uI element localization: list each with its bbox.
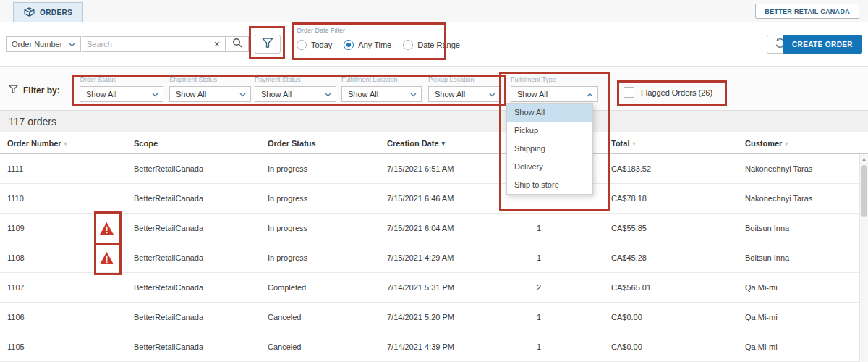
filter-order-status-select[interactable]: Show All xyxy=(80,86,163,102)
toolbar: Order Number × Order Date Filter xyxy=(0,22,868,66)
cell-order-status: In progress xyxy=(268,243,307,273)
store-selector-button[interactable]: BETTER RETAIL CANADA xyxy=(755,4,859,19)
menu-item-delivery[interactable]: Delivery xyxy=(507,158,592,176)
scroll-up-icon[interactable]: ▲ xyxy=(860,156,868,161)
filter-fulfillment-type-label: Fulfillment Type xyxy=(511,76,598,83)
column-customer-label: Customer xyxy=(745,139,782,148)
column-creation-date-label: Creation Date xyxy=(387,139,439,148)
chevron-down-icon xyxy=(410,90,417,98)
table-row[interactable]: 1106 BetterRetailCanada Canceled 7/14/20… xyxy=(0,303,868,332)
column-scope-label: Scope xyxy=(134,139,158,148)
fulfillment-type-menu: Show All Pickup Shipping Delivery Ship t… xyxy=(506,103,593,195)
filter-pickup-location-label: Pickup Location xyxy=(428,76,501,83)
radio-date-range-label: Date Range xyxy=(417,41,460,49)
search-type-value: Order Number xyxy=(12,40,62,49)
table-row[interactable]: 1108 BetterRetailCanada In progress 7/15… xyxy=(0,243,868,273)
search-input[interactable] xyxy=(82,40,209,49)
cell-scope: BetterRetailCanada xyxy=(134,184,203,214)
cell-scope: BetterRetailCanada xyxy=(134,214,203,243)
table-row[interactable]: 1110 BetterRetailCanada In progress 7/15… xyxy=(0,184,868,214)
radio-today-label: Today xyxy=(311,41,332,49)
flag-warning-icon xyxy=(100,252,114,264)
search-type-select[interactable]: Order Number xyxy=(6,36,81,52)
cell-customer: Nakonechnyi Taras xyxy=(745,154,812,184)
cell-order-number: 1108 xyxy=(7,243,25,273)
table-row[interactable]: 1107 BetterRetailCanada Completed 7/14/2… xyxy=(0,273,868,303)
menu-item-show-all[interactable]: Show All xyxy=(507,104,592,122)
search-button[interactable] xyxy=(225,36,249,52)
column-order-status[interactable]: Order Status xyxy=(268,132,316,154)
table-row[interactable]: 1109 BetterRetailCanada In progress 7/15… xyxy=(0,214,868,243)
radio-any-time[interactable]: Any Time xyxy=(344,40,391,50)
radio-date-range[interactable]: Date Range xyxy=(403,40,460,50)
sort-desc-icon: ▾ xyxy=(442,140,446,147)
filter-pickup-location-select[interactable]: Show All xyxy=(428,86,501,102)
filter-fulfillment-type-value: Show All xyxy=(517,90,548,98)
flagged-orders-checkbox[interactable] xyxy=(624,87,634,98)
cell-customer: Qa Mi-mi xyxy=(745,332,778,362)
table-row[interactable]: 1111 BetterRetailCanada In progress 7/15… xyxy=(0,154,868,184)
clear-search-icon[interactable]: × xyxy=(209,37,225,51)
search-icon xyxy=(232,38,242,51)
cell-customer: Qa Mi-mi xyxy=(745,303,778,332)
scrollbar-thumb[interactable] xyxy=(861,165,867,217)
cell-quantity: 1 xyxy=(506,332,571,362)
radio-today[interactable]: Today xyxy=(297,40,332,50)
cell-order-number: 1111 xyxy=(7,154,23,184)
filter-order-status-label: Order Status xyxy=(80,76,163,83)
cell-order-status: Completed xyxy=(268,273,306,303)
cell-total: CA$565.01 xyxy=(611,273,651,303)
column-total[interactable]: Total ▾ xyxy=(611,132,635,154)
flagged-orders-label: Flagged Orders (26) xyxy=(641,88,712,97)
table-header: Order Number ▾ Scope Order Status Creati… xyxy=(0,132,868,154)
table-scrollbar[interactable]: ▲ xyxy=(859,154,868,362)
cell-creation-date: 7/15/2021 6:46 AM xyxy=(387,184,454,214)
filter-shipment-status-select[interactable]: Show All xyxy=(169,86,251,102)
flagged-orders-filter[interactable]: Flagged Orders (26) xyxy=(624,87,712,98)
filter-toggle-button[interactable] xyxy=(255,35,281,54)
cell-creation-date: 7/14/2021 5:31 PM xyxy=(387,273,454,303)
order-date-filter-options: Today Any Time Date Range xyxy=(297,40,460,50)
cell-creation-date: 7/14/2021 4:39 PM xyxy=(387,332,454,362)
chevron-down-icon xyxy=(69,40,75,49)
cell-quantity: 2 xyxy=(506,273,571,303)
cell-scope: BetterRetailCanada xyxy=(134,303,203,332)
filter-payment-status-select[interactable]: Show All xyxy=(255,86,336,102)
column-order-number[interactable]: Order Number ▾ xyxy=(7,132,67,154)
cell-order-number: 1109 xyxy=(7,214,25,243)
cell-scope: BetterRetailCanada xyxy=(134,154,203,184)
table-row[interactable]: 1105 BetterRetailCanada Canceled 7/14/20… xyxy=(0,332,868,362)
menu-item-ship-to-store[interactable]: Ship to store xyxy=(507,176,592,194)
sort-icon: ▾ xyxy=(64,140,67,147)
sort-icon: ▾ xyxy=(785,140,788,147)
filter-fulfillment-type-select[interactable]: Show All xyxy=(511,86,598,102)
filter-payment-status-value: Show All xyxy=(261,90,292,98)
cell-order-status: Canceled xyxy=(268,332,301,362)
orders-page: ORDERS BETTER RETAIL CANADA Order Number… xyxy=(0,0,868,362)
column-scope[interactable]: Scope xyxy=(134,132,158,154)
cell-order-status: In progress xyxy=(268,154,307,184)
column-creation-date[interactable]: Creation Date ▾ xyxy=(387,132,445,154)
cell-order-status: In progress xyxy=(268,184,307,214)
menu-item-shipping[interactable]: Shipping xyxy=(507,140,592,158)
cell-quantity: 1 xyxy=(506,214,571,243)
filter-shipment-status-value: Show All xyxy=(176,90,206,98)
cell-order-number: 1107 xyxy=(7,273,25,303)
tab-orders-label: ORDERS xyxy=(40,9,72,17)
create-order-button[interactable]: CREATE ORDER xyxy=(783,35,862,54)
cell-customer: Boitsun Inna xyxy=(745,243,789,273)
filter-shipment-status-label: Shipment Status xyxy=(169,76,251,83)
flag-warning-icon xyxy=(100,222,114,235)
tab-orders[interactable]: ORDERS xyxy=(13,2,83,22)
filter-fulfillment-location-select[interactable]: Show All xyxy=(341,86,422,102)
filter-bar: Filter by: Order Status Show All Shipmen… xyxy=(0,66,868,110)
column-customer[interactable]: Customer ▾ xyxy=(745,132,788,154)
search-field: × xyxy=(82,36,226,52)
filter-payment-status: Payment Status Show All xyxy=(255,76,336,102)
radio-selected-icon xyxy=(344,40,354,50)
order-date-filter-label: Order Date Filter xyxy=(297,27,460,34)
menu-item-pickup[interactable]: Pickup xyxy=(507,122,592,140)
column-order-number-label: Order Number xyxy=(7,139,61,148)
orders-count: 117 orders xyxy=(9,116,56,127)
filter-order-status-value: Show All xyxy=(86,90,116,98)
